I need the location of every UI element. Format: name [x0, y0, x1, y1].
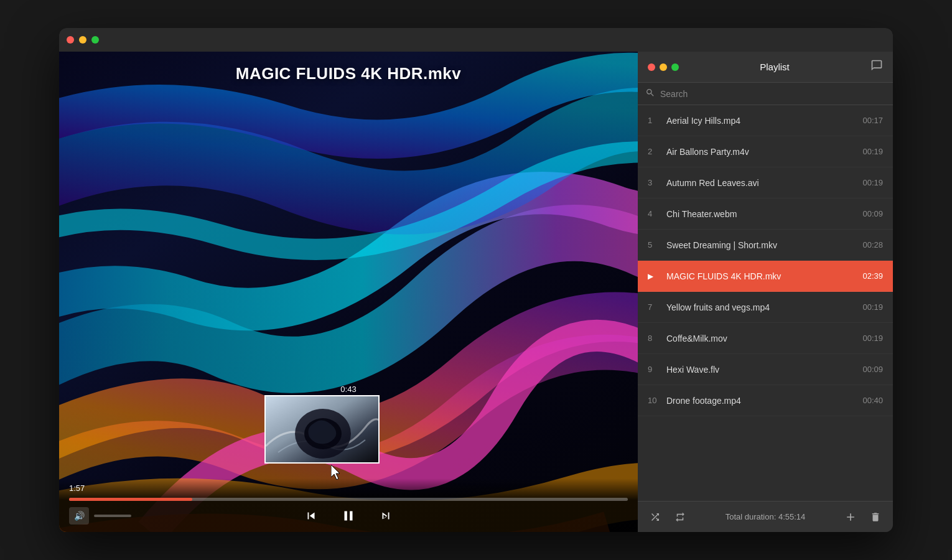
main-content: MAGIC FLUIDS 4K HDR.mkv [59, 52, 893, 532]
playlist-traffic-lights [648, 63, 679, 71]
center-controls [300, 505, 397, 527]
playlist-close-button[interactable] [648, 63, 655, 71]
item-duration: 00:19 [862, 147, 883, 156]
item-duration: 00:17 [862, 116, 883, 125]
item-number: 5 [648, 240, 660, 250]
close-button[interactable] [67, 36, 74, 44]
item-duration: 00:19 [862, 302, 883, 312]
thumbnail-preview [264, 395, 380, 464]
progress-bar[interactable] [69, 498, 628, 501]
playlist-header: Playlist [638, 52, 893, 83]
playlist-item[interactable]: ▶ MAGIC FLUIDS 4K HDR.mkv 02:39 [638, 261, 893, 292]
add-button[interactable] [842, 508, 859, 526]
playlist-item[interactable]: 10 Drone footage.mp4 00:40 [638, 385, 893, 416]
item-name: Hexi Wave.flv [666, 365, 862, 375]
playlist-item[interactable]: 4 Chi Theater.webm 00:09 [638, 198, 893, 230]
volume-icon: 🔊 [74, 511, 85, 521]
item-name: MAGIC FLUIDS 4K HDR.mkv [666, 271, 862, 281]
search-input[interactable] [660, 89, 885, 99]
item-duration: 02:39 [862, 271, 883, 281]
playlist-item[interactable]: 7 Yellow fruits and vegs.mp4 00:19 [638, 292, 893, 323]
search-icon [645, 88, 655, 100]
previous-button[interactable] [300, 505, 322, 527]
controls-row: 🔊 [69, 507, 628, 525]
item-name: Sweet Dreaming | Short.mkv [666, 240, 862, 250]
shuffle-button[interactable] [646, 508, 664, 526]
item-number: 10 [648, 396, 660, 405]
item-name: Aerial Icy Hills.mp4 [666, 116, 862, 126]
minimize-button[interactable] [79, 36, 86, 44]
item-duration: 00:19 [862, 178, 883, 187]
playlist-item[interactable]: 3 Autumn Red Leaves.avi 00:19 [638, 167, 893, 198]
playlist-items: 1 Aerial Icy Hills.mp4 00:17 2 Air Ballo… [638, 105, 893, 501]
title-bar [59, 28, 893, 52]
item-duration: 00:40 [862, 396, 883, 405]
item-name: Chi Theater.webm [666, 209, 862, 219]
playlist-minimize-button[interactable] [660, 63, 667, 71]
item-number: 8 [648, 334, 660, 343]
volume-button[interactable]: 🔊 [69, 507, 89, 525]
current-time: 1:57 [69, 483, 85, 493]
item-number: 7 [648, 302, 660, 312]
item-name: Yellow fruits and vegs.mp4 [666, 302, 862, 312]
video-title: MAGIC FLUIDS 4K HDR.mkv [59, 64, 638, 83]
controls-overlay: 1:57 🔊 [59, 478, 638, 532]
traffic-lights [67, 36, 99, 44]
volume-slider[interactable] [94, 515, 131, 517]
playlist-item[interactable]: 9 Hexi Wave.flv 00:09 [638, 354, 893, 385]
item-name: Coffe&Milk.mov [666, 334, 862, 343]
item-duration: 00:19 [862, 334, 883, 343]
item-duration: 00:09 [862, 209, 883, 218]
pause-button[interactable] [337, 505, 360, 527]
item-name: Drone footage.mp4 [666, 396, 862, 406]
total-duration: Total duration: 4:55:14 [696, 512, 834, 521]
left-controls: 🔊 [69, 507, 131, 525]
playlist-item[interactable]: 8 Coffe&Milk.mov 00:19 [638, 323, 893, 354]
seek-time-label: 0:43 [340, 385, 356, 394]
item-number: 4 [648, 209, 660, 218]
maximize-button[interactable] [91, 36, 99, 44]
item-number: 2 [648, 147, 660, 156]
playlist-footer: Total duration: 4:55:14 [638, 501, 893, 532]
item-number: 1 [648, 116, 660, 125]
play-icon: ▶ [648, 272, 660, 281]
next-button[interactable] [375, 505, 397, 527]
playlist-item[interactable]: 1 Aerial Icy Hills.mp4 00:17 [638, 105, 893, 136]
playlist-item[interactable]: 2 Air Ballons Party.m4v 00:19 [638, 136, 893, 167]
item-duration: 00:09 [862, 365, 883, 374]
item-name: Autumn Red Leaves.avi [666, 178, 862, 188]
delete-button[interactable] [867, 508, 884, 526]
playlist-title: Playlist [760, 62, 790, 72]
item-number: 3 [648, 178, 660, 187]
item-number: 9 [648, 365, 660, 374]
thumbnail-inner [266, 396, 378, 462]
playlist-item[interactable]: 5 Sweet Dreaming | Short.mkv 00:28 [638, 230, 893, 261]
chat-icon[interactable] [870, 59, 883, 75]
search-bar [638, 83, 893, 105]
progress-fill [69, 498, 192, 501]
playlist-panel: Playlist 1 [638, 52, 893, 532]
app-window: MAGIC FLUIDS 4K HDR.mkv [59, 28, 893, 532]
item-duration: 00:28 [862, 240, 883, 250]
video-area[interactable]: MAGIC FLUIDS 4K HDR.mkv [59, 52, 638, 532]
item-name: Air Ballons Party.m4v [666, 147, 862, 157]
repeat-button[interactable] [671, 508, 689, 526]
playlist-maximize-button[interactable] [671, 63, 679, 71]
